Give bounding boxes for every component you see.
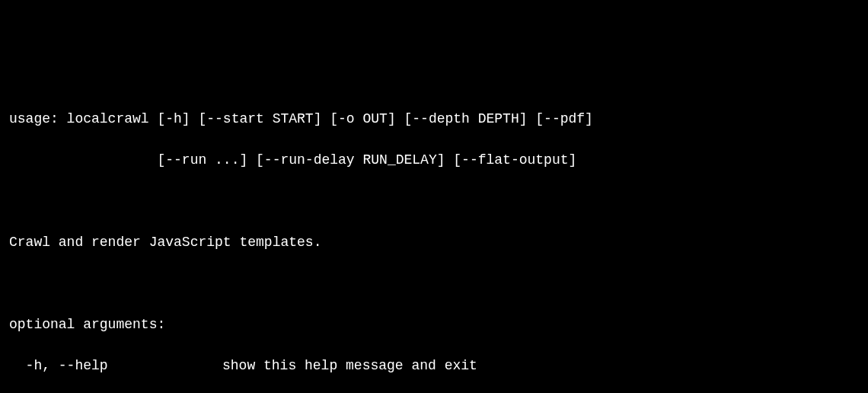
usage-line-2: [--run ...] [--run-delay RUN_DELAY] [--f… [9, 150, 859, 171]
blank-line [9, 191, 859, 212]
terminal-output: usage: localcrawl [-h] [--start START] [… [9, 88, 859, 393]
arg-desc-help: show this help message and exit [222, 356, 859, 376]
usage-line-1: usage: localcrawl [-h] [--start START] [… [9, 109, 859, 129]
arg-row: -h, --helpshow this help message and exi… [9, 356, 859, 376]
section-header: optional arguments: [9, 315, 859, 335]
arg-flag-help: -h, --help [9, 356, 222, 376]
description-text: Crawl and render JavaScript templates. [9, 232, 859, 253]
blank-line [9, 273, 859, 294]
